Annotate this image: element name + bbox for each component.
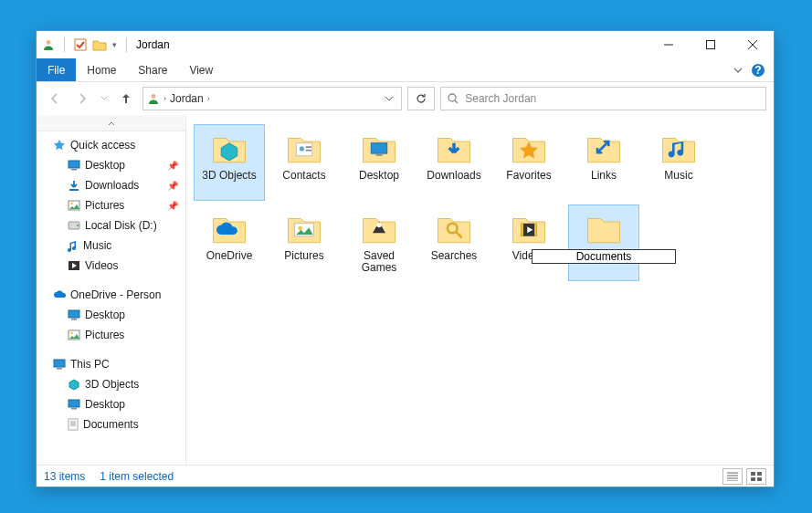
tree-item-videos[interactable]: Videos <box>37 256 185 276</box>
tree-item-downloads[interactable]: Downloads📌 <box>37 175 185 195</box>
pin-icon: 📌 <box>167 181 178 191</box>
view-details-button[interactable] <box>722 468 743 485</box>
svg-rect-38 <box>751 477 755 481</box>
titlebar: ▾ Jordan <box>37 31 774 58</box>
nav-tree: Quick access Desktop📌Downloads📌Pictures📌… <box>37 115 186 465</box>
svg-rect-37 <box>757 472 762 476</box>
svg-point-12 <box>77 225 79 226</box>
svg-rect-15 <box>71 319 77 320</box>
breadcrumb-chevron-icon[interactable]: › <box>207 94 210 103</box>
tree-item-label: Downloads <box>85 179 139 192</box>
svg-point-24 <box>300 146 304 151</box>
close-button[interactable] <box>732 31 774 58</box>
item-label: Contacts <box>280 169 327 183</box>
item-label: 3D Objects <box>200 169 258 183</box>
tree-item-pictures[interactable]: Pictures📌 <box>37 195 185 215</box>
breadcrumb-chevron-icon[interactable]: › <box>163 94 166 103</box>
tab-share[interactable]: Share <box>127 58 178 81</box>
maximize-button[interactable] <box>690 31 732 58</box>
desktop-folder-icon <box>355 127 403 169</box>
window-controls <box>648 31 774 58</box>
tree-item-local-disk-d-[interactable]: Local Disk (D:) <box>37 215 185 236</box>
items-pane[interactable]: 3D ObjectsContactsDesktopDownloadsFavori… <box>186 115 774 465</box>
folder-item-links[interactable]: Links <box>568 124 639 201</box>
tree-item-pictures[interactable]: Pictures <box>37 325 185 345</box>
search-icon <box>447 92 459 105</box>
tree-onedrive[interactable]: OneDrive - Person <box>37 285 185 305</box>
star-pin-icon <box>53 139 66 152</box>
folder-item-searches[interactable]: Searches <box>418 204 490 281</box>
qat-dropdown-icon[interactable]: ▾ <box>112 40 117 49</box>
folder-item-desktop[interactable]: Desktop <box>343 124 415 201</box>
folder-item-pictures[interactable]: Pictures <box>269 204 340 281</box>
svg-rect-22 <box>69 419 78 430</box>
breadcrumb-segment[interactable]: Jordan <box>170 92 204 105</box>
item-label: Pictures <box>282 249 325 263</box>
tree-scroll-up-icon[interactable] <box>37 115 185 131</box>
tab-file[interactable]: File <box>37 58 76 81</box>
svg-point-31 <box>376 223 381 227</box>
folder-item-onedrive[interactable]: OneDrive <box>194 204 265 281</box>
rename-input[interactable] <box>532 249 676 264</box>
svg-rect-18 <box>54 360 65 367</box>
pictures-icon <box>68 330 80 340</box>
this-pc-icon <box>53 359 66 370</box>
item-label: Saved Games <box>344 249 414 275</box>
svg-rect-26 <box>306 150 311 152</box>
view-large-icons-button[interactable] <box>746 468 766 485</box>
refresh-button[interactable] <box>407 87 435 110</box>
ribbon-expand-icon[interactable] <box>728 58 748 81</box>
folder-item-music[interactable]: Music <box>643 124 714 201</box>
tree-item-desktop[interactable]: Desktop <box>37 305 185 325</box>
user-avatar-icon <box>42 38 55 51</box>
folder-item-favorites[interactable]: Favorites <box>493 124 564 201</box>
tree-item-documents[interactable]: Documents <box>37 414 185 434</box>
tree-item-desktop[interactable]: Desktop📌 <box>37 155 185 175</box>
svg-rect-7 <box>69 161 79 168</box>
search-box[interactable]: Search Jordan <box>440 87 766 110</box>
checkbox-icon[interactable] <box>74 38 87 51</box>
address-bar[interactable]: › Jordan › <box>142 87 402 110</box>
svg-rect-25 <box>306 146 311 148</box>
pictures-icon <box>280 207 328 249</box>
minimize-button[interactable] <box>648 31 690 58</box>
folder-icon <box>92 38 107 51</box>
address-dropdown-icon[interactable] <box>381 94 397 103</box>
folder-item-saved-games[interactable]: Saved Games <box>343 204 415 281</box>
videos-icon <box>505 207 553 249</box>
body: Quick access Desktop📌Downloads📌Pictures📌… <box>37 115 774 465</box>
tree-item-3d-objects[interactable]: 3D Objects <box>37 374 185 394</box>
svg-rect-34 <box>521 224 523 236</box>
tree-item-label: Pictures <box>85 199 124 212</box>
svg-point-5 <box>152 94 156 99</box>
folder-item-3d-objects[interactable]: 3D Objects <box>194 124 265 201</box>
svg-point-10 <box>70 203 73 205</box>
svg-rect-35 <box>534 224 537 236</box>
folder-item-documents[interactable] <box>568 204 639 281</box>
back-button[interactable] <box>44 88 66 110</box>
folder-item-videos[interactable]: Videos <box>493 204 564 281</box>
recent-locations-icon[interactable] <box>99 88 110 110</box>
tab-view[interactable]: View <box>178 58 224 81</box>
tree-item-desktop[interactable]: Desktop <box>37 394 185 414</box>
forward-button[interactable] <box>71 88 93 110</box>
tree-quick-access[interactable]: Quick access <box>37 135 185 155</box>
up-button[interactable] <box>115 88 137 110</box>
folder-item-contacts[interactable]: Contacts <box>269 124 340 201</box>
help-icon[interactable]: ? <box>748 58 768 81</box>
svg-rect-27 <box>371 143 387 153</box>
status-selection: 1 item selected <box>100 470 174 483</box>
tree-item-label: Desktop <box>85 159 125 172</box>
tab-home[interactable]: Home <box>76 58 127 81</box>
explorer-window: ▾ Jordan File Home Share View ? <box>36 30 775 487</box>
tree-label: OneDrive - Person <box>70 288 161 301</box>
folder-item-downloads[interactable]: Downloads <box>418 124 490 201</box>
contacts-icon <box>280 127 328 169</box>
tree-item-label: Videos <box>85 259 118 272</box>
searches-icon <box>430 207 478 249</box>
svg-rect-28 <box>376 154 383 156</box>
music-icon <box>68 239 79 252</box>
tree-this-pc[interactable]: This PC <box>37 354 185 374</box>
item-label: OneDrive <box>205 249 255 263</box>
tree-item-music[interactable]: Music <box>37 236 185 256</box>
